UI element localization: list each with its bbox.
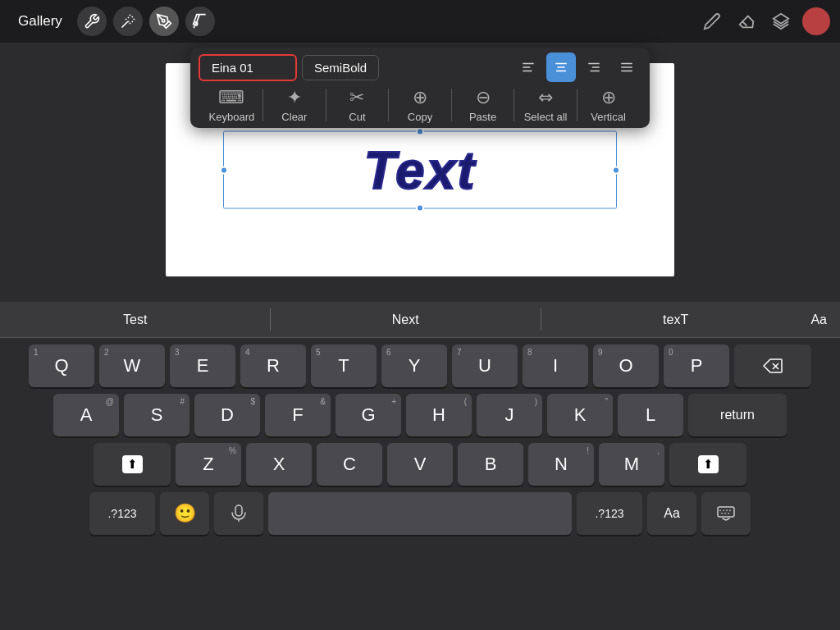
emoji-icon: 🙂: [174, 503, 196, 524]
font-weight-selector[interactable]: SemiBold: [302, 55, 379, 80]
selectall-label: Select all: [524, 111, 568, 123]
key-u[interactable]: 7 U: [452, 345, 518, 387]
key-row-1: 1 Q 2 W 3 E 4 R 5 T 6 Y: [3, 345, 837, 387]
text-actions-row: ⌨ Keyboard ✦ Clear ✂ Cut ⊕ Copy ⊖ Paste …: [199, 87, 641, 123]
handle-bottom-center[interactable]: [416, 204, 424, 212]
svg-rect-17: [718, 507, 734, 517]
cut-icon: ✂: [349, 87, 364, 108]
key-return[interactable]: return: [688, 394, 787, 436]
clear-icon: ✦: [287, 87, 302, 108]
align-center-button[interactable]: [546, 52, 576, 82]
action-separator-5: [514, 89, 514, 121]
paste-label: Paste: [469, 111, 496, 123]
return-label: return: [720, 408, 755, 422]
key-backspace[interactable]: [734, 345, 811, 387]
key-l[interactable]: L: [618, 394, 683, 436]
smudge-button[interactable]: [149, 7, 179, 36]
shift-left-icon: ⬆: [122, 455, 143, 473]
copy-action-button[interactable]: ⊕ Copy: [391, 87, 449, 123]
key-r[interactable]: 4 R: [240, 345, 306, 387]
key-m[interactable]: , M: [599, 443, 664, 486]
user-avatar[interactable]: [802, 7, 830, 35]
action-separator-4: [451, 89, 452, 121]
key-j[interactable]: ) J: [477, 394, 542, 436]
key-row-3: ⬆ % Z X C V B ! N , M: [3, 443, 837, 486]
vertical-icon: ⊕: [601, 87, 616, 108]
svg-point-0: [162, 20, 164, 22]
action-separator-1: [262, 89, 263, 121]
key-c[interactable]: C: [317, 443, 382, 486]
selectall-action-button[interactable]: ⇔ Select all: [517, 87, 574, 123]
copy-icon: ⊕: [413, 87, 427, 108]
keyboard-keys: 1 Q 2 W 3 E 4 R 5 T 6 Y: [0, 338, 840, 541]
key-keyboard-dismiss[interactable]: [701, 492, 751, 535]
autocomplete-next[interactable]: Next: [270, 302, 540, 337]
magic-button[interactable]: [113, 7, 143, 36]
handle-middle-left[interactable]: [220, 166, 228, 174]
key-o[interactable]: 9 O: [593, 345, 659, 387]
autocomplete-text[interactable]: texT: [541, 302, 810, 337]
paste-action-button[interactable]: ⊖ Paste: [454, 87, 512, 123]
key-123-left[interactable]: .?123: [89, 492, 155, 535]
align-buttons: [514, 52, 641, 82]
key-shift-left[interactable]: ⬆: [94, 443, 171, 486]
key-x[interactable]: X: [246, 443, 312, 486]
key-k[interactable]: " K: [547, 394, 613, 436]
eraser-icon[interactable]: [733, 8, 760, 34]
key-shift-right[interactable]: ⬆: [669, 443, 746, 486]
key-d[interactable]: $ D: [194, 394, 260, 436]
key-emoji[interactable]: 🙂: [160, 492, 209, 535]
top-toolbar: Gallery: [0, 0, 840, 43]
pen-line-icon[interactable]: [699, 8, 725, 34]
text-selection-box[interactable]: Text: [223, 131, 617, 209]
font-name-selector[interactable]: Eina 01: [199, 54, 297, 81]
keyboard-action-button[interactable]: ⌨ Keyboard: [203, 87, 260, 123]
key-mic[interactable]: [214, 492, 263, 535]
key-p[interactable]: 0 P: [664, 345, 729, 387]
keyboard-icon: ⌨: [218, 87, 244, 108]
key-row-2: @ A # S $ D & F + G ( H: [3, 394, 837, 436]
key-y[interactable]: 6 Y: [381, 345, 447, 387]
handle-top-center[interactable]: [416, 128, 424, 136]
layers-icon[interactable]: [768, 8, 794, 34]
key-s[interactable]: # S: [124, 394, 189, 436]
keyboard-area: Test Next texT Aa 1 Q 2 W 3 E 4 R: [0, 302, 840, 630]
key-123-right[interactable]: .?123: [577, 492, 642, 535]
wrench-button[interactable]: [77, 7, 107, 36]
brush-button[interactable]: [185, 7, 215, 36]
align-justify-button[interactable]: [612, 52, 641, 82]
key-b[interactable]: B: [458, 443, 523, 486]
keyboard-label: Keyboard: [209, 111, 255, 123]
align-right-button[interactable]: [579, 52, 609, 82]
action-separator-2: [326, 89, 326, 121]
key-z[interactable]: % Z: [176, 443, 241, 486]
key-q[interactable]: 1 Q: [29, 345, 94, 387]
key-v[interactable]: V: [387, 443, 453, 486]
clear-label: Clear: [281, 111, 307, 123]
aa-button[interactable]: Aa: [810, 313, 840, 327]
autocomplete-test[interactable]: Test: [0, 302, 270, 337]
svg-rect-15: [235, 505, 242, 516]
key-aa[interactable]: Aa: [647, 492, 696, 535]
align-left-button[interactable]: [514, 52, 543, 82]
key-row-4: .?123 🙂 .?123 Aa: [3, 492, 837, 535]
paste-icon: ⊖: [476, 87, 491, 108]
action-separator-6: [577, 89, 578, 121]
key-h[interactable]: ( H: [406, 394, 472, 436]
key-space[interactable]: [268, 492, 572, 535]
gallery-button[interactable]: Gallery: [10, 8, 71, 34]
key-g[interactable]: + G: [336, 394, 401, 436]
vertical-action-button[interactable]: ⊕ Vertical: [580, 87, 637, 123]
copy-label: Copy: [408, 111, 432, 123]
key-i[interactable]: 8 I: [523, 345, 588, 387]
key-w[interactable]: 2 W: [99, 345, 165, 387]
shift-right-icon: ⬆: [698, 455, 719, 473]
key-e[interactable]: 3 E: [170, 345, 235, 387]
key-n[interactable]: ! N: [528, 443, 594, 486]
key-t[interactable]: 5 T: [311, 345, 377, 387]
key-a[interactable]: @ A: [53, 394, 119, 436]
handle-middle-right[interactable]: [612, 166, 620, 174]
cut-action-button[interactable]: ✂ Cut: [328, 87, 386, 123]
key-f[interactable]: & F: [265, 394, 331, 436]
clear-action-button[interactable]: ✦ Clear: [266, 87, 323, 123]
